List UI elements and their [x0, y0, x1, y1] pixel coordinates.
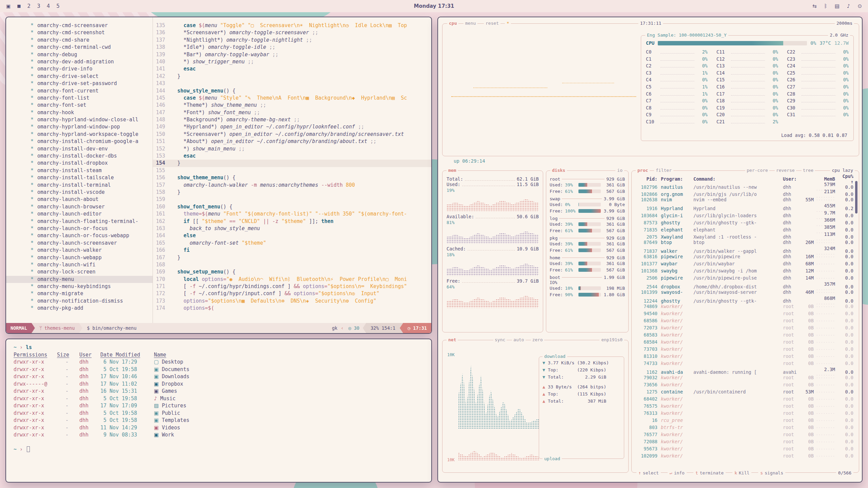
process-row[interactable]: 72088 kworker/ root 0B 0.0: [636, 438, 853, 445]
process-row[interactable]: 72073 kworker/ root 0B 0.0: [636, 324, 853, 331]
net-box-title[interactable]: net: [447, 337, 458, 343]
code-line[interactable]: 158 }: [153, 189, 431, 196]
sidebar-item[interactable]: *omarchy-cmd-screensaver: [6, 22, 153, 29]
code-line[interactable]: 161 theme=$(menu "Font" "$(omarchy-font-…: [153, 210, 431, 218]
process-row[interactable]: 73703 kworker/ root 0B 0.0: [636, 345, 853, 352]
code-line[interactable]: 157 omarchy-launch-walker -m menus:omarc…: [153, 182, 431, 189]
code-line[interactable]: 168: [153, 261, 431, 268]
code-line[interactable]: 164 else: [153, 232, 431, 239]
process-row[interactable]: 76575 kworker/ root 0B 0.0: [636, 402, 853, 409]
workspace-item[interactable]: 5: [56, 3, 60, 9]
sidebar-item[interactable]: *omarchy-dev-add-migration: [6, 58, 153, 65]
sidebar-item[interactable]: *omarchy-notification-dismiss: [6, 298, 153, 305]
process-row[interactable]: 81310 kworker/ root 0B 0.0: [636, 352, 853, 360]
process-row[interactable]: 76577 kworker/ root 0B 0.0: [636, 431, 853, 438]
process-row[interactable]: 94540 kworker/ root 0B 0.0: [636, 310, 853, 317]
code-line[interactable]: 137 *Nightlight*) omarchy-toggle-nightli…: [153, 37, 431, 44]
process-row[interactable]: 102796 nautilus /usr/bin/nautilus --new …: [636, 182, 853, 189]
process-row[interactable]: 1162 avahi-da avahi-daemon: running [ av…: [636, 367, 853, 374]
code-line[interactable]: 153 esac: [153, 152, 431, 160]
process-row[interactable]: 101368 swaybg /usr/bin/swaybg -i /hom dh…: [636, 267, 853, 274]
workspace-item[interactable]: ■: [17, 4, 21, 8]
code-line[interactable]: 140 *) show_trigger_menu ;;: [153, 58, 431, 65]
cpu-box-title[interactable]: cpu: [447, 21, 458, 26]
code-line[interactable]: 160 show_font_menu() {: [153, 203, 431, 210]
sidebar-item[interactable]: *omarchy-launch-wifi: [6, 261, 153, 268]
code-line[interactable]: 135 case $(menu "Toggle" "▢ Screensaver\…: [153, 22, 431, 29]
sidebar-item[interactable]: *omarchy-cmd-screenshot: [6, 29, 153, 36]
process-row[interactable]: 87649 btop btop dhh 26M 0.0: [636, 239, 853, 246]
code-line[interactable]: 152 *) show_main_menu ;;: [153, 145, 431, 152]
proc-sort-mode[interactable]: cpu lazy: [830, 168, 855, 173]
net-option[interactable]: auto: [512, 337, 525, 342]
sidebar-item[interactable]: *omarchy-launch-webapp: [6, 254, 153, 261]
sidebar-item[interactable]: *omarchy-debug: [6, 51, 153, 58]
process-row[interactable]: 68402 kworker/ root 0B 0.0: [636, 395, 853, 402]
disks-box-title[interactable]: disks: [550, 168, 567, 173]
reset-button[interactable]: reset: [484, 21, 500, 26]
process-row[interactable]: 2506 pipewire /usr/bin/pipewire-pulse dh…: [636, 274, 853, 281]
sidebar-item[interactable]: *omarchy-drive-info: [6, 65, 153, 73]
workspace-item[interactable]: 2: [27, 3, 31, 9]
prompt-line[interactable]: ~›: [14, 446, 424, 453]
process-row[interactable]: 101377 waybar /usr/bin/waybar dhh 68M 0.…: [636, 260, 853, 267]
sidebar-item[interactable]: *omarchy-install-chromium-google-a: [6, 138, 153, 145]
sidebar-item[interactable]: *omarchy-lock-screen: [6, 268, 153, 276]
git-branch[interactable]: ᛘthemes-menu: [35, 323, 79, 333]
sidebar-item[interactable]: *omarchy-menu-keybindings: [6, 283, 153, 290]
code-line[interactable]: 149 *Hyprland*) open_in_editor ~/.config…: [153, 123, 431, 130]
workspace-item[interactable]: 3: [37, 3, 40, 9]
code-line[interactable]: 165 omarchy-font-set "$theme": [153, 240, 431, 247]
process-row[interactable]: 102866 org.gnom /usr/bin/gjs /usr/lib/o …: [636, 189, 853, 196]
proc-footer-button[interactable]: kKill: [732, 470, 751, 475]
tray-icon[interactable]: ▤: [835, 3, 840, 9]
code-line[interactable]: 155: [153, 167, 431, 174]
code-line[interactable]: 170 local options="◉ Audio\n◠ Wifi\nᛒ Bl…: [153, 276, 431, 283]
sidebar-item[interactable]: *omarchy-install-tailscale: [6, 174, 153, 181]
sidebar-item[interactable]: *omarchy-launch-screensaver: [6, 240, 153, 247]
process-row[interactable]: 71837 walker /usr/bin/walker --gappl dhh…: [636, 246, 853, 253]
sidebar-item[interactable]: *omarchy-font-list: [6, 95, 153, 102]
sidebar-item[interactable]: *omarchy-font-current: [6, 87, 153, 95]
process-row[interactable]: 102638 nvim nvim --embed dhh 55M 0.0: [636, 196, 853, 203]
sidebar-item[interactable]: *omarchy-cmd-share: [6, 37, 153, 44]
sidebar-item[interactable]: *omarchy-install-docker-dbs: [6, 152, 153, 160]
code-line[interactable]: 171 [ -f ~/.config/hypr/bindings.conf ] …: [153, 283, 431, 290]
process-row[interactable]: 76313 kworker/ root 0B 0.0: [636, 409, 853, 416]
process-row[interactable]: 73656 kworker/ root 0B 0.0: [636, 381, 853, 388]
filter-button[interactable]: filter: [654, 168, 673, 173]
sidebar-item[interactable]: *omarchy-migrate: [6, 290, 153, 297]
code-line[interactable]: 143: [153, 80, 431, 87]
sidebar-item[interactable]: *omarchy-font-set: [6, 102, 153, 109]
net-interface[interactable]: enp191s0: [599, 337, 624, 343]
proc-footer-button[interactable]: ssignals: [758, 470, 785, 475]
process-row[interactable]: 12244 ghostty /usr/bin/ghostty --gtk- dh…: [636, 296, 853, 303]
code-line[interactable]: 156 show_theme_menu() {: [153, 174, 431, 181]
code-line[interactable]: 146 *Theme*) show_theme_menu ;;: [153, 102, 431, 109]
code-line[interactable]: 167 }: [153, 254, 431, 261]
process-row[interactable]: 103684 glycin-i /usr/lib/glycin-loaders …: [636, 210, 853, 217]
proc-box-title[interactable]: proc: [636, 168, 650, 173]
process-row[interactable]: 2544 dropbox /home/dhh/.dropbox-dist dhh…: [636, 281, 853, 288]
workspace-item[interactable]: 4: [47, 3, 50, 9]
code-line[interactable]: 151 *About*) open_in_editor ~/.config/om…: [153, 138, 431, 145]
sidebar-item[interactable]: *omarchy-install-terminal: [6, 182, 153, 189]
code-line[interactable]: 138 *Idle*) omarchy-toggle-idle ;;: [153, 44, 431, 51]
mem-box-title[interactable]: mem: [447, 168, 458, 173]
process-row[interactable]: 2075 Xwayland Xwayland :1 -rootless - dh…: [636, 231, 853, 239]
process-row[interactable]: 68586 kworker/ root 0B 0.0: [636, 317, 853, 324]
code-line[interactable]: 147 *Font*) show_font_menu ;;: [153, 109, 431, 116]
proc-option[interactable]: per-core: [745, 168, 769, 173]
sidebar-item[interactable]: *omarchy-cmd-terminal-cwd: [6, 44, 153, 51]
code-line[interactable]: 166 fi: [153, 247, 431, 254]
sidebar-item[interactable]: *omarchy-install-dev-env: [6, 145, 153, 152]
io-toggle[interactable]: io: [615, 168, 624, 173]
sidebar-item[interactable]: *omarchy-launch-editor: [6, 210, 153, 218]
proc-footer-button[interactable]: tterminate: [693, 470, 726, 475]
sidebar-item[interactable]: *omarchy-launch-or-focus: [6, 225, 153, 232]
tray-icon[interactable]: ⊙: [857, 3, 862, 9]
proc-scrollbar[interactable]: [855, 181, 857, 214]
proc-footer-button[interactable]: ↑select: [636, 470, 661, 475]
sidebar-item[interactable]: *omarchy-launch-walker: [6, 247, 153, 254]
process-row[interactable]: 101399 swayosd- /usr/bin/swayosd-server …: [636, 288, 853, 296]
